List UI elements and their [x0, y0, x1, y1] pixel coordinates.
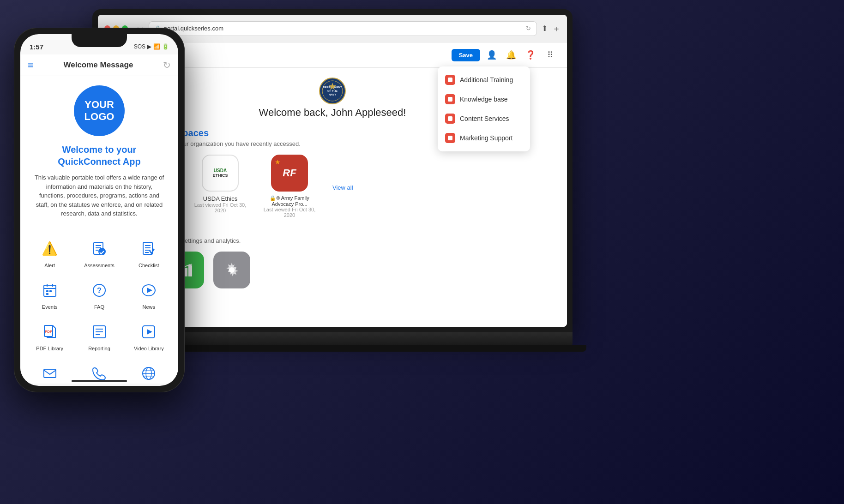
wifi-icon: ▶ [147, 43, 151, 50]
view-all-button[interactable]: View all [329, 182, 357, 193]
grid-label-faq: FAQ [94, 304, 104, 310]
signal-icon: 📶 [153, 43, 160, 50]
refresh-icon[interactable]: ↻ [163, 60, 171, 71]
grid-item-events[interactable]: Events [25, 274, 74, 315]
svg-marker-41 [147, 329, 152, 335]
grid-icon-button[interactable]: ⠿ [542, 47, 558, 63]
dropdown-item-additional-training[interactable]: Additional Training [438, 70, 530, 90]
grid-item-alert[interactable]: ⚠️ Alert [25, 232, 74, 274]
logo-section: YOURLOGO Welcome to yourQuickConnect App… [20, 76, 178, 232]
url-bar[interactable]: 🔒 portal.quickseries.com ↻ [149, 21, 537, 36]
tools-row [121, 252, 553, 288]
grid-label-news: News [143, 304, 156, 310]
header-actions: Save 👤 🔔 ❓ ⠿ [452, 47, 558, 63]
email-icon [39, 362, 61, 384]
welcome-message: Welcome back, John Appleseed! [259, 107, 406, 119]
grid-item-video-library[interactable]: Video Library [124, 315, 174, 357]
news-icon [138, 279, 160, 301]
grid-label-alert: Alert [44, 263, 55, 268]
phone-grid: ⚠️ Alert Assessments [20, 232, 178, 384]
dropdown-item-content-services[interactable]: Content Services [438, 109, 530, 128]
grid-item-news[interactable]: News [124, 274, 174, 315]
portal-seal: DEPARTMENT OF THE NAVY [319, 77, 346, 107]
refresh-icon[interactable]: ↻ [526, 25, 531, 32]
app-icon-usda: USDA ETHICS [202, 155, 239, 192]
grid-item-faq[interactable]: ? FAQ [74, 274, 124, 315]
tool-icon-settings[interactable] [213, 252, 250, 288]
status-time: 1:57 [30, 43, 43, 51]
help-icon-button[interactable]: ❓ [523, 47, 538, 63]
logo-text: YOURLOGO [84, 99, 115, 123]
svg-text:?: ? [97, 287, 102, 294]
menu-label: Knowledge base [460, 96, 508, 103]
menu-icon [445, 114, 455, 124]
svg-text:NAVY: NAVY [329, 93, 336, 96]
dropdown-item-marketing-support[interactable]: Marketing Support [438, 128, 530, 148]
user-icon-button[interactable]: 👤 [484, 47, 500, 63]
dropdown-menu: Additional Training Knowledge base Conte… [438, 66, 530, 151]
home-indicator [72, 380, 127, 382]
app-name-usda: USDA Ethics [203, 195, 237, 202]
phone-nav-bar: ≡ Welcome Message ↻ [20, 54, 178, 76]
phone-notch [72, 34, 127, 47]
notifications-icon-button[interactable]: 🔔 [503, 47, 519, 63]
phone-title: Welcome Message [63, 60, 133, 70]
welcome-body: This valuable portable tool offers a wid… [30, 173, 169, 218]
app-date-army: Last viewed Fri Oct 30, 2020 [259, 207, 320, 218]
svg-rect-28 [46, 290, 48, 292]
grid-item-website[interactable]: Your Website [124, 357, 174, 384]
rf-text: RF [283, 167, 296, 179]
menu-label: Content Services [460, 115, 509, 122]
menu-icon[interactable]: ≡ [28, 59, 34, 71]
grid-label-checklist: Checklist [139, 263, 159, 268]
svg-rect-30 [46, 293, 48, 295]
status-icons: SOS ▶ 📶 🔋 [134, 43, 169, 50]
video-icon [138, 321, 160, 343]
dropdown-item-knowledge-base[interactable]: Knowledge base [438, 90, 530, 109]
reporting-icon [88, 321, 110, 343]
menu-icon [445, 75, 455, 85]
menu-icon [445, 133, 455, 143]
tools-section-subtitle: ess the authoring tool, settings and ana… [121, 237, 553, 244]
grid-label-events: Events [42, 304, 58, 310]
faq-icon: ? [88, 279, 110, 301]
checklist-icon [138, 238, 160, 260]
app-card-usda[interactable]: USDA ETHICS USDA Ethics Last viewed Fri … [190, 155, 250, 213]
grid-item-email[interactable]: Your Email [25, 357, 74, 384]
sos-indicator: SOS [134, 43, 145, 50]
svg-point-15 [98, 248, 106, 255]
app-icon-army: ★ RF [271, 155, 308, 192]
alert-icon: ⚠️ [39, 238, 61, 260]
svg-rect-42 [44, 369, 56, 378]
menu-icon [445, 94, 455, 104]
pdf-icon: PDF [39, 321, 61, 343]
app-name-army: 🔒® Army Family Advocacy Pro... [259, 195, 320, 207]
menu-label: Additional Training [460, 76, 513, 84]
app-date-usda: Last viewed Fri Oct 30, 2020 [190, 202, 250, 213]
star-icon: ★ [275, 158, 281, 166]
phone: 1:57 SOS ▶ 📶 🔋 ≡ Welcome Message ↻ YOURL… [14, 28, 185, 392]
assessments-icon [88, 238, 110, 260]
welcome-heading: Welcome to yourQuickConnect App [58, 144, 140, 168]
battery-icon: 🔋 [162, 43, 169, 50]
grid-item-checklist[interactable]: Checklist [124, 232, 174, 274]
grid-label-video: Video Library [134, 346, 164, 351]
grid-item-pdf-library[interactable]: PDF PDF Library [25, 315, 74, 357]
phone-body: YOURLOGO Welcome to yourQuickConnect App… [20, 76, 178, 384]
grid-label-assessments: Assessments [84, 263, 114, 268]
logo-circle: YOURLOGO [74, 85, 125, 136]
svg-text:PDF: PDF [45, 330, 52, 334]
grid-item-assessments[interactable]: Assessments [74, 232, 124, 274]
grid-label-reporting: Reporting [88, 346, 110, 351]
grid-label-pdf: PDF Library [36, 346, 63, 351]
svg-marker-33 [147, 288, 152, 293]
svg-rect-29 [49, 290, 52, 292]
grid-item-reporting[interactable]: Reporting [74, 315, 124, 357]
portal-save-button[interactable]: Save [452, 49, 480, 61]
events-icon [39, 279, 61, 301]
new-tab-icon[interactable]: ＋ [552, 23, 561, 34]
menu-label: Marketing Support [460, 134, 512, 142]
phone-screen: 1:57 SOS ▶ 📶 🔋 ≡ Welcome Message ↻ YOURL… [20, 34, 178, 386]
app-card-army[interactable]: ★ RF 🔒® Army Family Advocacy Pro... Last… [259, 155, 320, 218]
share-icon[interactable]: ⬆ [542, 24, 548, 33]
